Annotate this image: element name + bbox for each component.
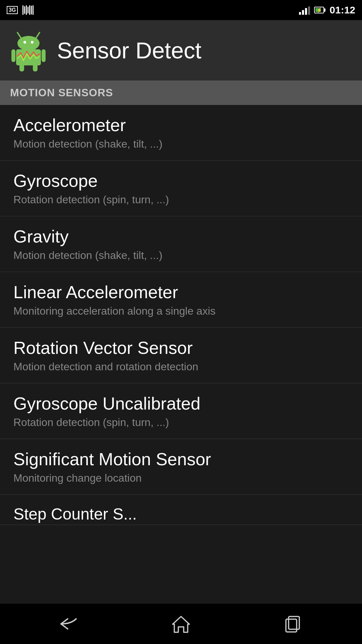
sensor-name: Linear Accelerometer <box>13 282 349 302</box>
sensor-name: Rotation Vector Sensor <box>13 338 349 358</box>
recents-button[interactable] <box>273 610 313 637</box>
bottom-nav <box>0 604 362 644</box>
barcode-icon <box>22 5 34 15</box>
signal-strength-icon <box>299 5 310 15</box>
sensor-item-significant-motion[interactable]: Significant Motion Sensor Monitoring cha… <box>0 439 362 495</box>
sensor-name: Gyroscope Uncalibrated <box>13 393 349 414</box>
svg-rect-11 <box>289 616 299 629</box>
svg-rect-7 <box>42 49 46 62</box>
sensor-item-gyroscope[interactable]: Gyroscope Rotation detection (spin, turn… <box>0 161 362 216</box>
sensor-name: Accelerometer <box>13 115 349 135</box>
sensor-name: Gyroscope <box>13 171 349 191</box>
svg-rect-9 <box>33 64 38 71</box>
sensor-name: Step Counter S... <box>13 505 349 523</box>
sensor-item-rotation-vector[interactable]: Rotation Vector Sensor Motion detection … <box>0 328 362 383</box>
sensor-item-step-counter[interactable]: Step Counter S... <box>0 495 362 525</box>
svg-point-3 <box>23 41 26 44</box>
status-left-icons: 3G <box>7 5 34 15</box>
sensor-desc: Rotation detection (spin, turn, ...) <box>13 416 349 429</box>
app-title: Sensor Detect <box>57 37 201 63</box>
svg-rect-8 <box>19 64 24 71</box>
svg-point-2 <box>17 36 40 51</box>
sensor-name: Significant Motion Sensor <box>13 449 349 469</box>
svg-rect-5 <box>16 49 41 65</box>
sensor-desc: Rotation detection (spin, turn, ...) <box>13 194 349 206</box>
sensor-name: Gravity <box>13 226 349 247</box>
app-header: Sensor Detect <box>0 20 362 80</box>
sensor-desc: Motion detection (shake, tilt, ...) <box>13 249 349 262</box>
status-time: 01:12 <box>329 4 355 16</box>
network-type-icon: 3G <box>7 6 18 14</box>
sensor-item-linear-accelerometer[interactable]: Linear Accelerometer Monitoring accelera… <box>0 272 362 328</box>
sensor-item-gravity[interactable]: Gravity Motion detection (shake, tilt, .… <box>0 216 362 272</box>
sensor-desc: Monitoring acceleration along a single a… <box>13 305 349 317</box>
svg-rect-6 <box>11 49 15 62</box>
svg-marker-10 <box>173 616 189 632</box>
sensor-desc: Motion detection (shake, tilt, ...) <box>13 138 349 150</box>
sensor-list: Accelerometer Motion detection (shake, t… <box>0 105 362 604</box>
android-logo <box>10 29 47 72</box>
svg-rect-12 <box>286 619 297 632</box>
section-header: MOTION SENSORS <box>0 80 362 105</box>
status-right-icons: ⚡ 01:12 <box>299 4 355 16</box>
sensor-desc: Motion detection and rotation detection <box>13 361 349 373</box>
back-button[interactable] <box>49 610 89 637</box>
sensor-desc: Monitoring change location <box>13 472 349 484</box>
section-title: MOTION SENSORS <box>10 87 113 99</box>
sensor-item-accelerometer[interactable]: Accelerometer Motion detection (shake, t… <box>0 105 362 161</box>
status-bar: 3G ⚡ 01:12 <box>0 0 362 20</box>
svg-point-4 <box>31 41 34 44</box>
home-button[interactable] <box>161 610 201 637</box>
battery-icon: ⚡ <box>314 7 325 13</box>
sensor-item-gyroscope-uncalibrated[interactable]: Gyroscope Uncalibrated Rotation detectio… <box>0 383 362 439</box>
